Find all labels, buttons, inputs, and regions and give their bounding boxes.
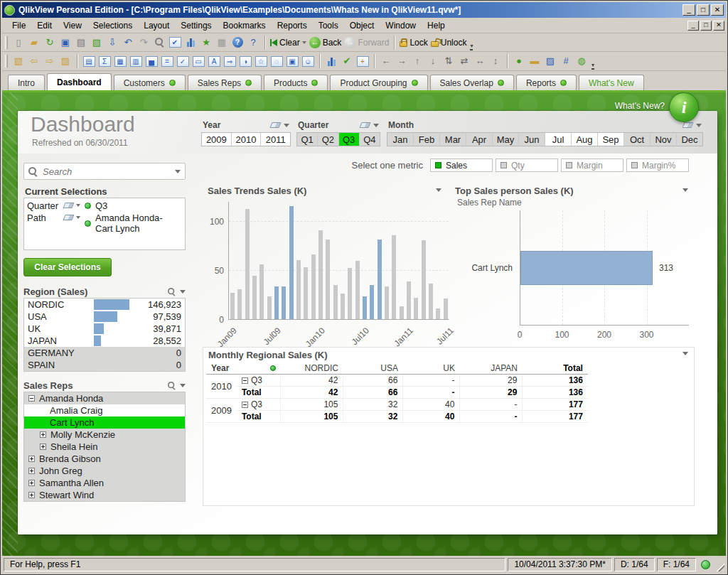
space-vertically-button[interactable]: ↕: [488, 53, 503, 69]
menu-help[interactable]: Help: [422, 19, 451, 32]
copy-object-button[interactable]: ▬: [527, 53, 542, 69]
sales-reps-caret-icon[interactable]: [180, 384, 186, 387]
create-table-box-button[interactable]: ▦: [112, 53, 128, 69]
bar-jan11[interactable]: [407, 281, 411, 319]
current-selections-button[interactable]: ✔: [167, 35, 183, 50]
object-properties-button[interactable]: ●: [511, 53, 527, 69]
add-sheet-button[interactable]: ▧: [11, 53, 26, 69]
bar-apr10[interactable]: [341, 294, 345, 319]
month-value-nov[interactable]: Nov: [651, 133, 677, 146]
edit-layout-button[interactable]: ▧: [89, 35, 105, 50]
document-hierarchy-button[interactable]: #: [558, 53, 574, 69]
selection-caret-icon[interactable]: [76, 204, 80, 207]
month-value-aug[interactable]: Aug: [572, 133, 598, 146]
redo-button[interactable]: ↷: [136, 35, 151, 50]
quarter-caret-icon[interactable]: [373, 124, 379, 127]
align-top-button[interactable]: ↑: [410, 53, 425, 69]
quarter-eraser-icon[interactable]: [359, 122, 370, 128]
fast-type-change-button[interactable]: [323, 53, 339, 69]
document-close-button[interactable]: ✕: [713, 21, 724, 31]
back-button[interactable]: ←Back: [308, 35, 343, 50]
minimize-button[interactable]: _: [682, 4, 695, 16]
bar-cart-lynch[interactable]: [520, 251, 653, 285]
region-row-usa[interactable]: USA97,539: [24, 311, 185, 323]
lock-selections-button[interactable]: Lock: [398, 35, 429, 50]
search-caret-icon[interactable]: [175, 170, 181, 173]
resize-grip[interactable]: [714, 561, 724, 571]
toolbar-overflow-button[interactable]: ▾: [470, 43, 473, 50]
metric-option-margin[interactable]: Margin%: [626, 158, 689, 172]
tab-dashboard[interactable]: Dashboard: [47, 73, 112, 90]
bar-dec10[interactable]: [400, 306, 404, 319]
reload-data-button[interactable]: ↻: [42, 35, 58, 50]
bar-nov09[interactable]: [304, 267, 308, 319]
toolbar-grip[interactable]: [5, 36, 8, 49]
region-row-germany[interactable]: GERMANY0: [24, 347, 185, 359]
sales-rep-row-cart-lynch[interactable]: Cart Lynch: [24, 417, 185, 429]
bar-feb10[interactable]: [326, 240, 330, 319]
menu-layout[interactable]: Layout: [138, 19, 175, 32]
bar-feb11[interactable]: [414, 298, 418, 319]
quarter-value-q3[interactable]: Q3: [339, 133, 360, 146]
menu-file[interactable]: File: [6, 19, 31, 32]
bar-jun11[interactable]: [444, 299, 448, 319]
selection-eraser-icon[interactable]: [63, 215, 74, 220]
bar-aug09[interactable]: [282, 286, 286, 319]
top-sales-chart-caret-icon[interactable]: [682, 188, 688, 192]
new-document-button[interactable]: ▯: [11, 35, 26, 50]
tab-what-s-new[interactable]: What's New: [579, 75, 644, 90]
month-value-may[interactable]: May: [493, 133, 519, 146]
quick-chart-wizard-button[interactable]: [183, 35, 198, 50]
trends-chart-caret-icon[interactable]: [436, 188, 441, 192]
document-minimize-button[interactable]: _: [687, 21, 699, 31]
menu-bookmarks[interactable]: Bookmarks: [218, 19, 272, 32]
bar-jan10[interactable]: [318, 230, 323, 319]
region-search-icon[interactable]: [168, 287, 176, 295]
collapse-icon[interactable]: [28, 395, 35, 402]
promote-sheet-button[interactable]: ⇦: [26, 53, 42, 69]
notes-button[interactable]: ▦: [214, 35, 230, 50]
create-button-button[interactable]: ▭: [191, 53, 206, 69]
year-caret-icon[interactable]: [284, 124, 289, 127]
sheet-properties-button[interactable]: ▨: [58, 53, 73, 69]
open-file-button[interactable]: ▰: [26, 35, 42, 50]
create-gauge-button[interactable]: ◑: [237, 53, 253, 69]
bar-may09[interactable]: [259, 264, 264, 319]
align-left-button[interactable]: ←: [378, 53, 394, 69]
sales-rep-row-brenda-gibson[interactable]: Brenda Gibson: [24, 453, 185, 465]
tab-products[interactable]: Products: [264, 75, 328, 90]
help-button[interactable]: ?: [230, 35, 245, 50]
sales-rep-row-amalia-craig[interactable]: Amalia Craig: [24, 404, 185, 417]
year-value-2009[interactable]: 2009: [202, 133, 232, 146]
month-value-apr[interactable]: Apr: [466, 133, 493, 146]
document-restore-button[interactable]: □: [700, 21, 712, 31]
bar-may10[interactable]: [348, 268, 352, 319]
create-input-box-button[interactable]: =: [159, 53, 175, 69]
month-caret-icon[interactable]: [696, 124, 702, 127]
bar-oct10[interactable]: [385, 286, 389, 319]
search-button[interactable]: [151, 35, 167, 50]
whats-this-help-button[interactable]: ?: [245, 35, 261, 50]
menu-edit[interactable]: Edit: [31, 19, 58, 32]
align-bottom-button[interactable]: ↓: [425, 53, 441, 69]
region-row-japan[interactable]: JAPAN28,552: [24, 335, 185, 347]
month-value-sep[interactable]: Sep: [598, 133, 624, 146]
forward-button[interactable]: →Forward: [343, 35, 390, 50]
year-eraser-icon[interactable]: [269, 122, 281, 128]
menu-reports[interactable]: Reports: [272, 19, 313, 32]
selection-caret-icon[interactable]: [76, 216, 80, 219]
month-value-mar[interactable]: Mar: [440, 133, 466, 146]
year-value-2011[interactable]: 2011: [261, 133, 290, 146]
create-multi-box-button[interactable]: ✓: [175, 53, 191, 69]
region-row-spain[interactable]: SPAIN0: [24, 359, 185, 371]
tab-product-grouping[interactable]: Product Grouping: [330, 75, 427, 90]
favorites-button[interactable]: ★: [198, 35, 214, 50]
bar-may11[interactable]: [436, 308, 440, 319]
menu-window[interactable]: Window: [380, 19, 422, 32]
create-chart-button[interactable]: ▅: [144, 53, 159, 69]
distribute-horizontally-button[interactable]: ⇄: [456, 53, 472, 69]
space-horizontally-button[interactable]: ↔: [472, 53, 488, 69]
bar-jul10[interactable]: [363, 296, 367, 319]
webview-mode-button[interactable]: ◍: [574, 53, 589, 69]
create-extension-object-button[interactable]: ☺: [300, 53, 316, 69]
